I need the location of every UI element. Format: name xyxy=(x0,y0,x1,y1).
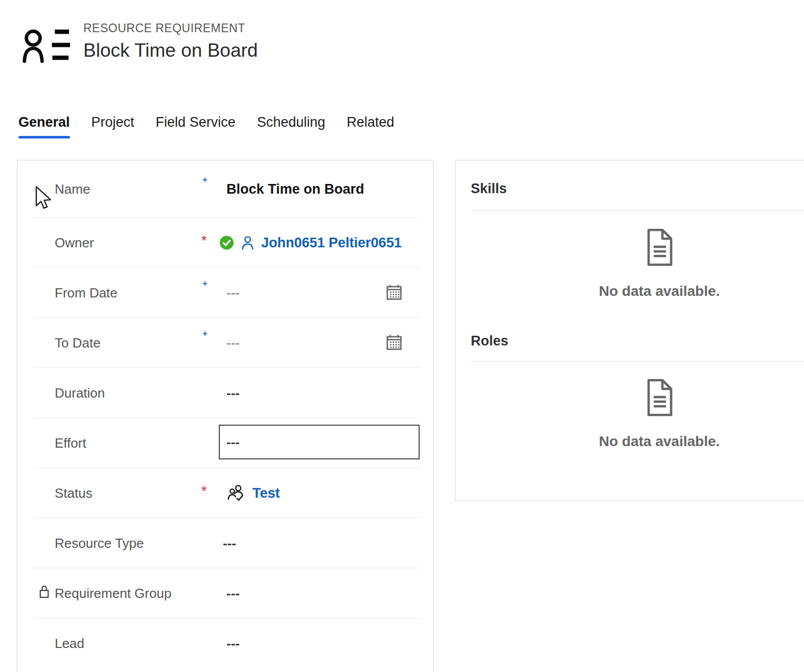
skills-empty-state: No data available. xyxy=(455,211,804,317)
lead-field-label: Lead xyxy=(55,636,84,652)
to-date-calendar-icon[interactable] xyxy=(384,333,404,353)
form-tab-bar: General Project Field Service Scheduling… xyxy=(18,114,394,138)
roles-empty-message: No data available. xyxy=(599,433,720,450)
resource-requirement-page: RESOURCE REQUIREMENT Block Time on Board… xyxy=(0,0,804,672)
roles-section-title: Roles xyxy=(455,317,804,361)
required-marker: * xyxy=(201,483,207,499)
owner-lookup-link[interactable]: John0651 Peltier0651 xyxy=(261,235,402,251)
lock-icon xyxy=(38,584,51,600)
status-field-label: Status xyxy=(55,485,93,501)
skills-empty-message: No data available. xyxy=(599,283,720,299)
booking-status-people-check-icon xyxy=(226,483,246,503)
from-date-field-value[interactable]: --- xyxy=(226,285,240,301)
tab-scheduling[interactable]: Scheduling xyxy=(257,114,326,138)
effort-field-label: Effort xyxy=(55,435,86,451)
entity-type-label: RESOURCE REQUIREMENT xyxy=(83,21,245,35)
field-row-owner: Owner * John0651 Peltier0651 xyxy=(17,218,433,268)
lead-field-value[interactable]: --- xyxy=(226,636,240,652)
field-row-name: Name + Block Time on Board xyxy=(17,160,433,218)
to-date-field-label: To Date xyxy=(55,335,101,351)
field-row-requirement-group: Requirement Group --- xyxy=(17,568,433,618)
field-row-duration: Duration --- xyxy=(17,368,433,418)
skills-roles-card: Skills No data available. Roles xyxy=(455,160,804,501)
tab-field-service[interactable]: Field Service xyxy=(156,114,236,138)
name-field-label: Name xyxy=(55,181,90,197)
business-recommended-marker: + xyxy=(202,329,208,339)
presence-available-icon xyxy=(219,236,234,250)
resource-type-field-value[interactable]: --- xyxy=(223,536,236,551)
name-field-value[interactable]: Block Time on Board xyxy=(226,181,364,197)
document-icon xyxy=(644,228,675,269)
mouse-cursor xyxy=(35,186,54,213)
status-lookup-link[interactable]: Test xyxy=(252,485,280,501)
from-date-field-label: From Date xyxy=(55,285,118,301)
business-recommended-marker: + xyxy=(202,175,208,185)
effort-input[interactable] xyxy=(219,425,420,459)
owner-field-value: John0651 Peltier0651 xyxy=(219,235,402,251)
tab-general[interactable]: General xyxy=(18,114,70,138)
resource-requirement-entity-icon xyxy=(21,27,71,66)
resource-type-field-label: Resource Type xyxy=(55,536,144,551)
owner-field-label: Owner xyxy=(55,235,94,251)
tab-related[interactable]: Related xyxy=(347,114,394,138)
required-marker: * xyxy=(201,233,207,249)
field-row-to-date: To Date + --- xyxy=(17,318,433,368)
requirement-group-field-value[interactable]: --- xyxy=(226,586,240,601)
field-row-resource-type: Resource Type --- xyxy=(17,518,433,568)
field-row-from-date: From Date + --- xyxy=(17,268,433,318)
general-form-card: Name + Block Time on Board Owner * xyxy=(17,160,433,672)
to-date-field-value[interactable]: --- xyxy=(226,335,240,351)
tab-project[interactable]: Project xyxy=(91,114,134,138)
field-row-effort: Effort xyxy=(17,418,433,468)
business-recommended-marker: + xyxy=(202,279,208,289)
field-row-lead: Lead --- xyxy=(17,618,433,668)
requirement-group-field-label: Requirement Group xyxy=(55,586,171,601)
status-field-value: Test xyxy=(226,483,280,503)
roles-empty-state: No data available. xyxy=(455,362,804,450)
document-icon xyxy=(644,378,675,419)
user-icon xyxy=(240,235,256,251)
record-title: Block Time on Board xyxy=(83,40,258,61)
duration-field-label: Duration xyxy=(55,385,105,401)
skills-section-title: Skills xyxy=(455,160,804,210)
from-date-calendar-icon[interactable] xyxy=(384,283,404,303)
duration-field-value[interactable]: --- xyxy=(226,385,240,401)
field-row-status: Status * Test xyxy=(17,468,433,518)
